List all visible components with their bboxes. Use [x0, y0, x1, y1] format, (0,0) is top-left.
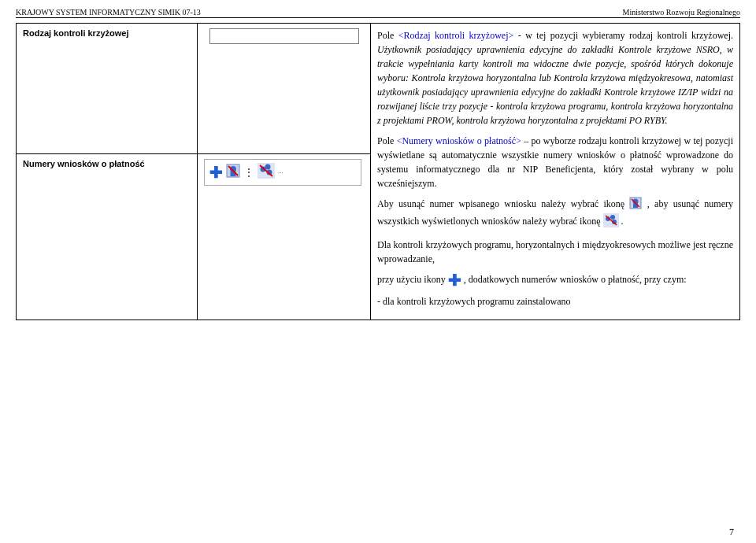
- description-block: Pole <Rodzaj kontroli krzyżowej> - w tej…: [377, 28, 733, 308]
- plus-icon: ✚: [448, 272, 461, 288]
- add-button[interactable]: ✚: [209, 164, 223, 180]
- field-label: Numery wniosków o płatność: [17, 154, 198, 320]
- field-tag: <Numery wniosków o płatność>: [397, 135, 521, 146]
- delete-single-button[interactable]: [226, 164, 240, 181]
- header-right: Ministerstwo Rozwoju Regionalnego: [623, 8, 740, 17]
- page-number: 7: [729, 526, 734, 538]
- rodzaj-kontroli-input[interactable]: [209, 28, 359, 44]
- header-left: KRAJOWY SYSTEM INFORMATYCZNY SIMIK 07-13: [16, 8, 201, 17]
- trailing-icon: ···: [278, 168, 284, 176]
- field-label: Rodzaj kontroli krzyżowej: [17, 24, 198, 154]
- numery-wnioskow-toolbar: ✚ ⋮ ···: [204, 159, 361, 186]
- delete-single-icon: [629, 197, 642, 213]
- delete-all-icon: [603, 213, 619, 231]
- field-tag: <Rodzaj kontroli krzyżowej>: [398, 30, 513, 41]
- separator: ⋮: [243, 166, 254, 179]
- table-row: Rodzaj kontroli krzyżowej Pole <Rodzaj k…: [17, 24, 740, 154]
- main-table: Rodzaj kontroli krzyżowej Pole <Rodzaj k…: [16, 23, 740, 320]
- svg-point-6: [610, 215, 615, 220]
- svg-point-15: [265, 164, 271, 170]
- page-header: KRAJOWY SYSTEM INFORMATYCZNY SIMIK 07-13…: [16, 8, 740, 18]
- delete-all-button[interactable]: [258, 163, 275, 182]
